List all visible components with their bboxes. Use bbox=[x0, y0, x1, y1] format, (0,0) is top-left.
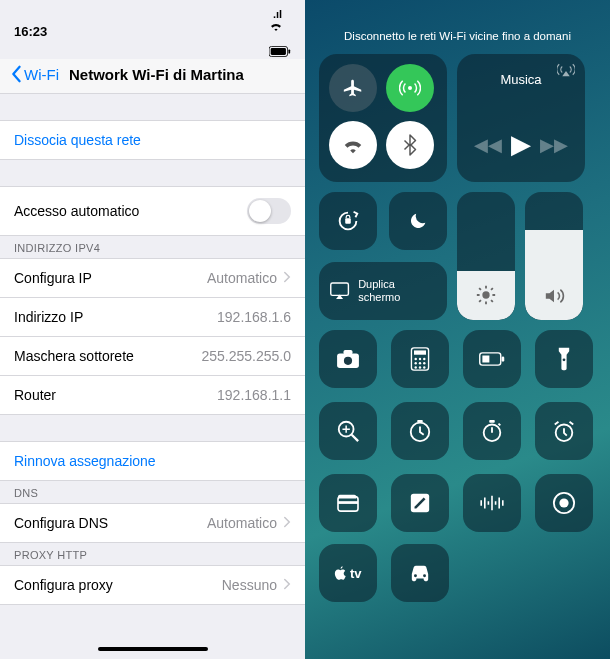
calculator-button[interactable] bbox=[391, 330, 449, 388]
svg-point-19 bbox=[419, 366, 421, 368]
forget-network-button[interactable]: Dissocia questa rete bbox=[0, 120, 305, 160]
timer-button[interactable] bbox=[391, 402, 449, 460]
control-center: Disconnetto le reti Wi-Fi vicine fino a … bbox=[305, 0, 610, 659]
svg-rect-29 bbox=[489, 420, 495, 423]
volume-icon bbox=[543, 286, 565, 310]
svg-point-12 bbox=[415, 358, 417, 360]
screen-mirroring-label: Duplica schermo bbox=[358, 278, 437, 304]
router-row: Router 192.168.1.1 bbox=[0, 376, 305, 415]
status-time: 16:23 bbox=[14, 24, 47, 39]
renew-lease-button[interactable]: Rinnova assegnazione bbox=[0, 441, 305, 481]
wifi-button[interactable] bbox=[329, 121, 377, 169]
dns-header: DNS bbox=[0, 481, 305, 503]
voice-memo-button[interactable] bbox=[463, 474, 521, 532]
page-title: Network Wi-Fi di Martina bbox=[69, 66, 244, 83]
subnet-mask-row: Maschera sottorete 255.255.255.0 bbox=[0, 337, 305, 376]
cellular-data-button[interactable] bbox=[386, 64, 434, 112]
battery-icon bbox=[269, 46, 291, 57]
prev-track-button[interactable]: ◀◀ bbox=[474, 134, 502, 156]
svg-point-36 bbox=[414, 574, 417, 577]
volume-slider[interactable] bbox=[525, 192, 583, 320]
auto-join-row: Accesso automatico bbox=[0, 186, 305, 236]
apple-tv-button[interactable]: tv bbox=[319, 544, 377, 602]
svg-point-16 bbox=[419, 362, 421, 364]
back-button[interactable]: Wi-Fi bbox=[10, 65, 59, 83]
signal-icon: .ıl bbox=[273, 8, 282, 20]
svg-point-17 bbox=[423, 362, 425, 364]
next-track-button[interactable]: ▶▶ bbox=[540, 134, 568, 156]
svg-point-14 bbox=[423, 358, 425, 360]
nav-bar: Wi-Fi Network Wi-Fi di Martina bbox=[0, 59, 305, 94]
svg-point-15 bbox=[415, 362, 417, 364]
svg-point-35 bbox=[559, 498, 568, 507]
svg-rect-11 bbox=[414, 350, 426, 354]
brightness-icon bbox=[475, 284, 497, 310]
configure-ip-row[interactable]: Configura IP Automatico bbox=[0, 258, 305, 298]
auto-join-label: Accesso automatico bbox=[14, 203, 139, 219]
svg-rect-27 bbox=[417, 420, 423, 423]
chevron-right-icon bbox=[283, 577, 291, 593]
svg-rect-4 bbox=[345, 218, 351, 224]
orientation-lock-button[interactable] bbox=[319, 192, 377, 250]
auto-join-switch[interactable] bbox=[247, 198, 291, 224]
svg-point-24 bbox=[563, 358, 566, 361]
svg-point-20 bbox=[423, 366, 425, 368]
ipv4-header: INDIRIZZO IPV4 bbox=[0, 236, 305, 258]
low-power-button[interactable] bbox=[463, 330, 521, 388]
wallet-button[interactable] bbox=[319, 474, 377, 532]
svg-rect-23 bbox=[482, 356, 489, 363]
svg-rect-5 bbox=[331, 283, 349, 295]
music-panel[interactable]: Musica ◀◀ ▶ ▶▶ bbox=[457, 54, 585, 182]
ip-address-row: Indirizzo IP 192.168.1.6 bbox=[0, 298, 305, 337]
magnifier-button[interactable] bbox=[319, 402, 377, 460]
svg-point-37 bbox=[423, 574, 426, 577]
bluetooth-button[interactable] bbox=[386, 121, 434, 169]
svg-point-6 bbox=[482, 291, 489, 298]
alarm-button[interactable] bbox=[535, 402, 593, 460]
configure-proxy-row[interactable]: Configura proxy Nessuno bbox=[0, 565, 305, 605]
screen-record-button[interactable] bbox=[535, 474, 593, 532]
airplane-mode-button[interactable] bbox=[329, 64, 377, 112]
notes-button[interactable] bbox=[391, 474, 449, 532]
carplay-button[interactable] bbox=[391, 544, 449, 602]
connectivity-panel bbox=[319, 54, 447, 182]
screen-mirroring-button[interactable]: Duplica schermo bbox=[319, 262, 447, 320]
chevron-right-icon bbox=[283, 270, 291, 286]
status-bar: 16:23 .ıl bbox=[0, 0, 305, 59]
svg-point-18 bbox=[415, 366, 417, 368]
status-indicators: .ıl bbox=[269, 6, 291, 57]
svg-rect-32 bbox=[338, 501, 358, 504]
stopwatch-button[interactable] bbox=[463, 402, 521, 460]
home-indicator[interactable] bbox=[98, 647, 208, 651]
proxy-header: PROXY HTTP bbox=[0, 543, 305, 565]
svg-point-8 bbox=[344, 357, 352, 365]
svg-rect-1 bbox=[271, 48, 286, 55]
settings-screen: 16:23 .ıl Wi-Fi Network Wi-Fi di Martina… bbox=[0, 0, 305, 659]
brightness-slider[interactable] bbox=[457, 192, 515, 320]
wifi-icon bbox=[269, 21, 291, 31]
do-not-disturb-button[interactable] bbox=[389, 192, 447, 250]
camera-button[interactable] bbox=[319, 330, 377, 388]
configure-dns-row[interactable]: Configura DNS Automatico bbox=[0, 503, 305, 543]
svg-point-13 bbox=[419, 358, 421, 360]
svg-point-3 bbox=[408, 86, 412, 90]
svg-rect-9 bbox=[343, 350, 352, 355]
chevron-right-icon bbox=[283, 515, 291, 531]
cc-headline: Disconnetto le reti Wi-Fi vicine fino a … bbox=[305, 0, 610, 50]
play-button[interactable]: ▶ bbox=[511, 129, 531, 160]
back-label: Wi-Fi bbox=[24, 66, 59, 83]
airplay-icon[interactable] bbox=[557, 62, 575, 81]
flashlight-button[interactable] bbox=[535, 330, 593, 388]
svg-rect-22 bbox=[502, 356, 505, 361]
svg-rect-2 bbox=[288, 49, 290, 53]
